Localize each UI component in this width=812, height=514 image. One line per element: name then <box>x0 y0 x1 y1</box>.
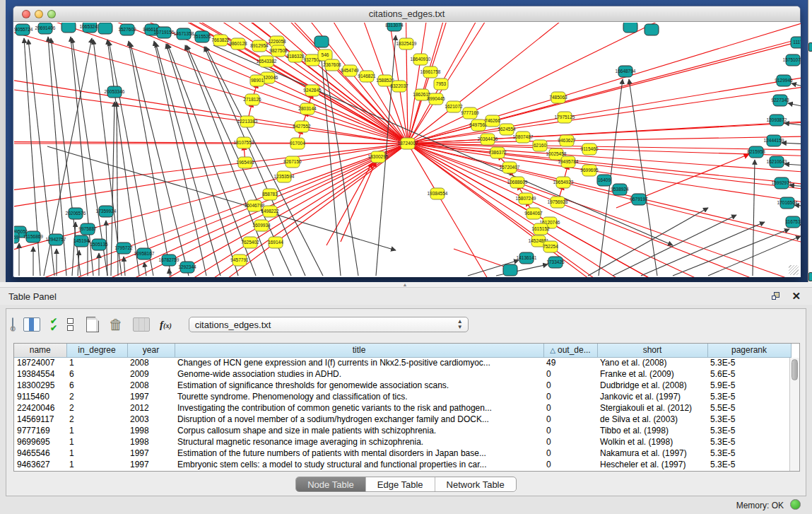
graph-node[interactable]: 8427552 <box>293 121 311 132</box>
graph-node[interactable]: 752254 <box>543 241 558 252</box>
graph-node[interactable]: 8912954 <box>250 40 269 52</box>
memory-status-indicator[interactable] <box>790 499 801 510</box>
tab-node-table[interactable]: Node Table <box>296 477 366 491</box>
citation-network-graph[interactable]: 2405572420691406106532471527602846616010… <box>14 23 801 277</box>
table-cell[interactable]: 1 <box>66 436 127 448</box>
graph-node[interactable]: 7515526 <box>193 31 211 42</box>
graph-node[interactable]: 8322037 <box>390 81 408 92</box>
table-cell[interactable]: Nakamura et al. (1997) <box>597 448 707 459</box>
table-row[interactable]: 1830029562008Estimation of significance … <box>14 380 791 391</box>
graph-node[interactable]: 1621072 <box>445 101 463 112</box>
graph-node[interactable]: 1795722 <box>114 243 133 254</box>
table-cell[interactable]: 5.3E-5 <box>707 425 791 436</box>
table-row[interactable]: 946362711997Embryonic stem cells: a mode… <box>14 459 791 470</box>
graph-node[interactable]: 9777169 <box>461 107 479 119</box>
table-cell[interactable]: Stergiakouli et al. (2012) <box>597 402 707 414</box>
graph-node[interactable]: 9538924 <box>611 184 629 195</box>
table-cell[interactable]: 19384554 <box>14 368 66 380</box>
graph-node[interactable]: 9129946 <box>775 75 793 86</box>
table-row[interactable]: 1872400712008Changes of HCN gene express… <box>14 357 791 368</box>
table-row[interactable]: 977716911998Corpus callosum shape and si… <box>14 425 791 436</box>
row-height-icon[interactable] <box>67 318 73 331</box>
graph-node[interactable]: 858783 <box>262 189 278 200</box>
graph-node[interactable]: 16409 <box>597 175 611 186</box>
table-cell[interactable]: Tibbo et al. (1998) <box>597 425 707 436</box>
table-cell[interactable]: de Silva et al. (2003) <box>597 414 707 425</box>
column-header[interactable]: title <box>175 344 543 357</box>
table-cell[interactable]: 0 <box>543 425 597 436</box>
graph-node[interactable]: 6679197 <box>630 194 648 205</box>
function-builder-icon[interactable]: f(x) <box>160 319 172 331</box>
table-cell[interactable]: 1 <box>66 425 127 436</box>
table-cell[interactable]: 5.3E-5 <box>707 414 791 425</box>
table-cell[interactable]: 9699695 <box>14 436 66 448</box>
table-cell[interactable]: 0 <box>543 448 597 459</box>
graph-node[interactable]: 7485063 <box>549 92 567 103</box>
close-panel-icon[interactable]: ✕ <box>792 291 801 302</box>
show-column-icon[interactable] <box>23 317 40 332</box>
table-cell[interactable]: 2 <box>66 402 127 414</box>
graph-node[interactable]: 9146821 <box>358 71 376 82</box>
table-cell[interactable]: 1997 <box>127 448 175 459</box>
graph-node[interactable]: 9463627 <box>558 135 576 146</box>
table-cell[interactable]: Wolkin et al. (1998) <box>597 436 707 448</box>
select-columns-icon[interactable]: ✔✔ <box>50 317 57 332</box>
graph-node[interactable]: 9457791 <box>230 255 249 266</box>
table-cell[interactable]: 49 <box>543 357 597 368</box>
scrollbar-thumb[interactable] <box>792 359 798 380</box>
graph-node[interactable]: 9975887 <box>78 223 97 235</box>
network-canvas[interactable]: 2405572420691406106532471527602846616010… <box>14 23 801 277</box>
graph-node[interactable]: 8313074 <box>385 23 404 31</box>
graph-node[interactable]: 8454749 <box>341 65 359 76</box>
graph-node[interactable]: 9242845 <box>303 85 322 96</box>
table-cell[interactable]: 2003 <box>127 414 175 425</box>
column-header[interactable]: pagerank <box>707 344 791 357</box>
table-cell[interactable]: Structural magnetic resonance image aver… <box>175 436 543 448</box>
tab-edge-table[interactable]: Edge Table <box>366 477 435 491</box>
graph-node[interactable]: 8215958 <box>747 146 765 158</box>
graph-node[interactable]: 746266 <box>485 115 500 127</box>
panel-divider[interactable]: ▲ <box>0 282 812 288</box>
graph-node[interactable] <box>645 24 659 35</box>
column-header[interactable]: year <box>127 344 175 357</box>
table-cell[interactable]: 1 <box>66 357 127 368</box>
float-panel-icon[interactable] <box>772 292 781 301</box>
table-cell[interactable]: 5.3E-5 <box>707 448 791 459</box>
table-cell[interactable]: Genome-wide association studies in ADHD. <box>175 368 543 380</box>
table-row[interactable]: 911546021997Tourette syndrome. Phenomeno… <box>14 391 791 402</box>
divider-handle-icon[interactable]: ▲ <box>400 283 410 287</box>
graph-node[interactable]: 2718126 <box>243 94 261 105</box>
graph-node[interactable]: 1965493 <box>236 157 254 168</box>
graph-node[interactable]: 116753 <box>785 216 801 228</box>
table-cell[interactable]: 1998 <box>127 425 175 436</box>
table-cell[interactable]: 0 <box>543 436 597 448</box>
table-cell[interactable]: 18300295 <box>14 380 66 391</box>
graph-node[interactable]: 7386372 <box>488 147 507 158</box>
graph-node[interactable]: 2367608 <box>323 59 341 71</box>
table-cell[interactable]: 9463627 <box>14 459 66 470</box>
graph-node[interactable]: 9699695 <box>580 165 599 176</box>
graph-node[interactable]: 2803144 <box>298 103 317 115</box>
table-vertical-scrollbar[interactable] <box>789 358 799 472</box>
table-row[interactable]: 1938455462009Genome-wide association stu… <box>14 368 791 380</box>
table-cell[interactable]: Hescheler et al. (1997) <box>597 459 707 470</box>
table-cell[interactable]: 2008 <box>127 380 175 391</box>
graph-node[interactable] <box>503 264 517 276</box>
table-cell[interactable]: 0 <box>543 380 597 391</box>
table-cell[interactable]: 5.3E-5 <box>707 391 791 402</box>
graph-node[interactable]: 8186328 <box>286 51 305 62</box>
table-cell[interactable]: Corpus callosum shape and size in male p… <box>175 425 543 436</box>
table-row[interactable]: 2242004622012Investigating the contribut… <box>14 402 791 414</box>
table-cell[interactable]: Investigating the contribution of common… <box>175 402 543 414</box>
graph-node[interactable] <box>314 36 329 47</box>
table-cell[interactable]: 5.9E-5 <box>707 380 791 391</box>
graph-node[interactable]: 9684067 <box>524 208 543 219</box>
graph-node[interactable]: 1609934 <box>252 220 271 231</box>
table-cell[interactable]: 5.5E-5 <box>707 402 791 414</box>
graph-node[interactable]: 9227343 <box>771 95 789 106</box>
table-cell[interactable]: 0 <box>543 402 597 414</box>
graph-node[interactable]: 9827508 <box>269 45 288 57</box>
table-cell[interactable]: Yano et al. (2008) <box>597 357 707 368</box>
table-cell[interactable]: 1 <box>66 448 127 459</box>
window-resize-grip[interactable] <box>789 265 799 275</box>
